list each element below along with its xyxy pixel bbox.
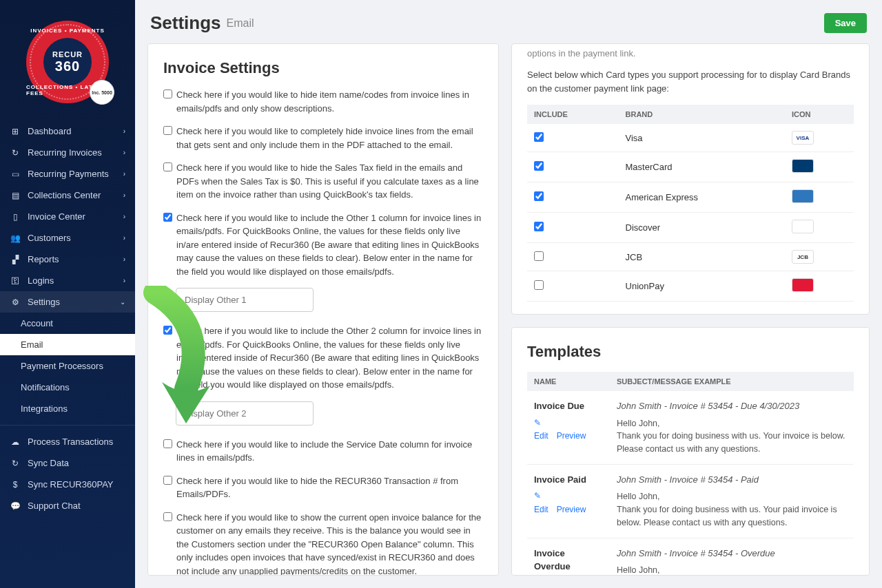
chevron-right-icon: › — [123, 234, 125, 242]
template-preview-link[interactable]: Preview — [557, 505, 586, 514]
nav: ⊞Dashboard› ↻Recurring Invoices› ▭Recurr… — [0, 120, 135, 588]
opt-hide-invoice-lines[interactable]: Check here if you would like to complete… — [163, 125, 483, 151]
invoice-settings-panel: Invoice Settings Check here if you would… — [147, 43, 499, 576]
template-edit-link[interactable]: ✎ Edit — [534, 418, 548, 441]
th-brand: Brand — [619, 105, 785, 124]
card-brand-name: Discover — [619, 213, 785, 243]
cloud-icon: ☁ — [10, 437, 21, 447]
dashboard-icon: ⊞ — [10, 127, 21, 136]
nav-settings-integrations[interactable]: Integrations — [0, 398, 135, 419]
opt-service-date[interactable]: Check here if you would like to include … — [163, 438, 483, 465]
card-brand-icon — [792, 159, 814, 173]
nav-settings-payment-processors[interactable]: Payment Processors — [0, 355, 135, 377]
card-row: Visa VISA — [527, 124, 854, 152]
nav-logins[interactable]: ⚿Logins› — [0, 270, 135, 291]
card-brand-icon — [792, 189, 814, 203]
nav-sync-recur360pay[interactable]: $Sync RECUR360PAY — [0, 474, 135, 495]
clipboard-icon: ▤ — [10, 191, 21, 200]
card-brands-intro: Select below which Card types you suppor… — [527, 68, 854, 95]
card-brand-icon — [792, 278, 814, 292]
checkbox-hide-invoice-lines[interactable] — [163, 126, 172, 135]
nav-customers[interactable]: 👥Customers› — [0, 227, 135, 249]
checkbox-other2[interactable] — [163, 326, 172, 335]
nav-process-transactions[interactable]: ☁Process Transactions — [0, 431, 135, 452]
checkbox-hide-item-codes[interactable] — [163, 90, 172, 98]
card-brand-icon: JCB — [792, 250, 814, 264]
nav-dashboard[interactable]: ⊞Dashboard› — [0, 120, 135, 142]
nav-reports[interactable]: ▞Reports› — [0, 249, 135, 270]
template-edit-link[interactable]: ✎ Edit — [534, 491, 548, 514]
card-brand-icon — [792, 220, 814, 233]
invoice-settings-heading: Invoice Settings — [163, 59, 483, 77]
checkbox-other1[interactable] — [163, 213, 172, 222]
templates-table: Name Subject/Message Example Invoice Due… — [527, 372, 854, 576]
opt-open-balance[interactable]: Check here if you would like to show the… — [163, 511, 483, 576]
card-include-checkbox[interactable] — [534, 251, 544, 261]
chevron-right-icon: › — [123, 255, 125, 263]
nav-recurring-payments[interactable]: ▭Recurring Payments› — [0, 163, 135, 185]
opt-other2-column[interactable]: Check here if you would like to include … — [163, 324, 483, 392]
template-name: Invoice Overdue — [534, 547, 603, 574]
template-preview-link[interactable]: Preview — [557, 431, 586, 441]
card-row: UnionPay — [527, 271, 854, 302]
template-body: Hello John,Thank you for doing business … — [617, 490, 847, 529]
checkbox-open-balance[interactable] — [163, 512, 172, 521]
sidebar: INVOICES • PAYMENTS COLLECTIONS • LATE F… — [0, 0, 135, 588]
template-body: Hello John,This is a notice that the fol… — [617, 564, 847, 576]
chevron-right-icon: › — [123, 149, 125, 156]
card-include-checkbox[interactable] — [534, 222, 544, 231]
card-brand-name: UnionPay — [619, 271, 785, 302]
chevron-right-icon: › — [123, 127, 125, 135]
checkbox-hide-txn[interactable] — [163, 476, 172, 485]
page-header: Settings Email Save — [135, 0, 882, 43]
opt-hide-item-codes[interactable]: Check here if you would like to hide ite… — [163, 88, 483, 115]
card-icon: ▭ — [10, 169, 21, 179]
refresh-icon: ↻ — [10, 148, 21, 158]
card-brands-panel: options in the payment link. Select belo… — [511, 43, 870, 315]
chart-icon: ▞ — [10, 255, 21, 264]
card-include-checkbox[interactable] — [534, 191, 544, 201]
card-include-checkbox[interactable] — [534, 132, 544, 142]
card-include-checkbox[interactable] — [534, 280, 544, 290]
card-include-checkbox[interactable] — [534, 161, 544, 171]
nav-settings-account[interactable]: Account — [0, 313, 135, 334]
nav-settings-email[interactable]: Email — [0, 334, 135, 355]
nav-support-chat[interactable]: 💬Support Chat — [0, 495, 135, 516]
card-brand-name: JCB — [619, 243, 785, 271]
template-subject: John Smith - Invoice # 53454 - Overdue — [617, 547, 847, 560]
save-button[interactable]: Save — [824, 13, 867, 33]
nav-sync-data[interactable]: ↻Sync Data — [0, 452, 135, 474]
opt-hide-sales-tax[interactable]: Check here if you would like to hide the… — [163, 161, 483, 202]
card-brand-name: American Express — [619, 182, 785, 213]
templates-panel: Templates Name Subject/Message Example I… — [511, 327, 870, 576]
users-icon: 👥 — [10, 233, 21, 243]
th-icon: Icon — [785, 105, 854, 124]
input-other1-label[interactable] — [176, 288, 314, 312]
page-title: Settings — [150, 12, 221, 34]
chevron-right-icon: › — [123, 191, 125, 199]
file-icon: ▯ — [10, 212, 21, 222]
card-row: JCB JCB — [527, 243, 854, 271]
opt-other1-column[interactable]: Check here if you would like to include … — [163, 211, 483, 279]
card-brand-name: MasterCard — [619, 152, 785, 182]
inc5000-badge: Inc. 5000 — [90, 80, 114, 105]
nav-invoice-center[interactable]: ▯Invoice Center› — [0, 206, 135, 227]
checkbox-service-date[interactable] — [163, 439, 172, 448]
page-subtitle: Email — [227, 17, 254, 30]
nav-settings-notifications[interactable]: Notifications — [0, 377, 135, 398]
dollar-icon: $ — [10, 480, 21, 490]
nav-settings[interactable]: ⚙Settings⌄ — [0, 291, 135, 313]
checkbox-hide-sales-tax[interactable] — [163, 162, 172, 171]
nav-recurring-invoices[interactable]: ↻Recurring Invoices› — [0, 142, 135, 163]
chevron-right-icon: › — [123, 277, 125, 284]
card-brand-icon: VISA — [792, 131, 814, 145]
opt-hide-transaction-num[interactable]: Check here if you would like to hide the… — [163, 474, 483, 501]
main: Settings Email Save Invoice Settings Che… — [135, 0, 882, 588]
template-row: Invoice Overdue ✎ EditPreview John Smith… — [527, 538, 854, 576]
template-row: Invoice Paid ✎ EditPreview John Smith - … — [527, 464, 854, 538]
cutoff-text: options in the payment link. — [527, 44, 854, 59]
template-body: Hello John,Thank you for doing business … — [617, 417, 847, 456]
input-other2-label[interactable] — [176, 401, 314, 426]
nav-collections[interactable]: ▤Collections Center› — [0, 185, 135, 206]
template-name: Invoice Paid — [534, 473, 603, 487]
